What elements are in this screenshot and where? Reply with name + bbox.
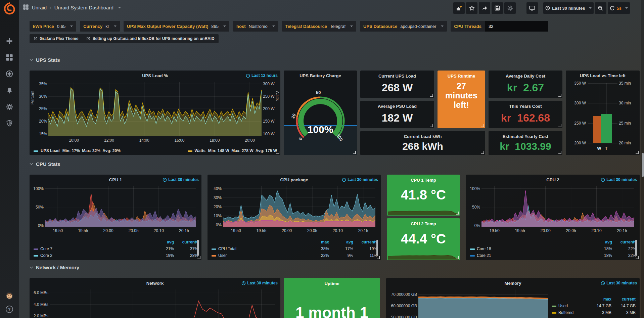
plot-area[interactable] <box>223 186 375 227</box>
star-button[interactable] <box>466 2 477 14</box>
user-avatar[interactable] <box>5 292 13 300</box>
legend-scrollbar[interactable] <box>635 240 637 256</box>
dashboard-grid-icon[interactable] <box>23 4 29 11</box>
panel-title[interactable]: UPS Load vs Time left <box>566 71 640 78</box>
panel-title[interactable]: Estimated Yearly Cost <box>503 134 548 139</box>
legend-series-name[interactable]: Buffered <box>558 310 587 315</box>
panel-title[interactable]: UPS Runtime <box>448 74 475 79</box>
server-admin-shield-icon[interactable] <box>5 119 13 127</box>
plot-area[interactable] <box>50 289 275 318</box>
panel-resize-handle[interactable] <box>353 151 356 154</box>
legend-sort-header[interactable]: avg <box>588 240 612 245</box>
legend-series-name[interactable]: Core 21 <box>477 253 588 258</box>
variable-telegraf-datasource[interactable]: Telegraf DatasourceTelegraf <box>282 21 356 32</box>
page-title[interactable]: Unraid System Dashboard <box>54 5 113 10</box>
panel-time-range[interactable]: Last 30 minutes <box>241 281 278 285</box>
add-panel-button[interactable] <box>453 2 465 14</box>
panel-resize-handle[interactable] <box>481 151 484 154</box>
panel-resize-handle[interactable] <box>430 124 433 127</box>
link-grafana-plex-theme[interactable]: Grafana Plex Theme <box>34 36 78 41</box>
share-button[interactable] <box>479 2 490 14</box>
legend-value: 14.7 GB <box>587 304 611 309</box>
save-button[interactable] <box>492 2 503 14</box>
legend-series-name[interactable]: User <box>218 253 305 258</box>
section-network-memory[interactable]: Network / Memory <box>30 265 79 270</box>
legend-scrollbar[interactable] <box>376 240 378 256</box>
cpu-threads-input[interactable] <box>485 21 548 32</box>
legend-series-name[interactable]: Used <box>558 304 587 309</box>
panel-title[interactable]: Current UPS Load <box>378 74 416 79</box>
bar-plot-area[interactable] <box>588 83 617 143</box>
panel-title[interactable]: Average Daily Cost <box>506 74 545 79</box>
legend-series-name[interactable]: Core 7 <box>40 246 150 252</box>
y-tick: 150 W <box>263 119 275 124</box>
legend-series-name[interactable]: CPU Total <box>218 246 305 252</box>
legend-sort-header[interactable]: max <box>587 297 611 302</box>
panel-ups-load-graph: UPS Load % Last 12 hours 15%20%25%30%35%… <box>30 71 280 155</box>
create-icon[interactable] <box>5 37 13 45</box>
page-scrollbar-thumb[interactable] <box>642 153 644 177</box>
panel-time-range[interactable]: Last 30 minutes <box>342 177 378 182</box>
cycle-view-button[interactable] <box>526 2 538 14</box>
page-scrollbar[interactable] <box>641 0 644 318</box>
legend-sort-header[interactable]: current▾ <box>353 240 377 245</box>
legend-sort-header[interactable]: current▾ <box>174 240 198 245</box>
panel-title[interactable]: This Years Cost <box>509 104 542 109</box>
plot-area[interactable] <box>481 186 634 227</box>
plot-area[interactable] <box>45 186 196 227</box>
panel-resize-handle[interactable] <box>456 256 459 259</box>
plot-area[interactable] <box>418 289 548 318</box>
panel-title[interactable]: UPS Battery Charge <box>284 71 357 78</box>
panel-resize-handle[interactable] <box>558 151 561 154</box>
bar-T[interactable] <box>601 114 612 143</box>
legend-sort-header[interactable]: avg <box>150 240 174 245</box>
zoom-out-button[interactable] <box>595 2 606 14</box>
dashboards-icon[interactable] <box>5 53 13 61</box>
variable-ups-max-power[interactable]: UPS Max Output Power Capacity (Watt)865 <box>124 21 229 32</box>
panel-resize-handle[interactable] <box>636 151 639 154</box>
section-cpu-stats[interactable]: CPU Stats <box>30 161 60 167</box>
y-tick: 100 W <box>263 132 275 136</box>
panel-title[interactable]: CPU 1 Temp <box>411 178 436 183</box>
dashboard-settings-button[interactable] <box>504 2 516 14</box>
panel-resize-handle[interactable] <box>430 94 433 97</box>
legend-sort-header[interactable]: avg <box>329 240 353 245</box>
help-icon[interactable]: ? <box>5 305 13 313</box>
legend-series-name[interactable]: Core 18 <box>477 246 588 252</box>
panel-resize-handle[interactable] <box>481 124 484 127</box>
panel-title[interactable]: Current Load kWh <box>404 134 442 139</box>
chevron-down-icon[interactable] <box>118 7 121 8</box>
plot-area[interactable] <box>48 82 262 136</box>
breadcrumb-root[interactable]: Unraid <box>32 5 47 10</box>
panel-resize-handle[interactable] <box>558 94 561 97</box>
panel-title[interactable]: Uptime <box>324 281 339 286</box>
panel-time-range[interactable]: Last 12 hours <box>246 73 278 78</box>
refresh-button[interactable]: 5s <box>608 2 630 14</box>
link-ups-monitoring-guide[interactable]: Setting up Grafana and InfluxDB for UPS … <box>86 36 214 41</box>
grafana-logo[interactable] <box>3 2 16 15</box>
variable-host[interactable]: hostNostromo <box>233 21 278 32</box>
variable-kwh-price[interactable]: kWh Price0.65 <box>30 21 76 32</box>
panel-title[interactable]: CPU 2 Temp <box>411 221 436 226</box>
panel-resize-handle[interactable] <box>456 212 459 215</box>
panel-resize-handle[interactable] <box>558 124 561 127</box>
legend-sort-header[interactable]: current▾ <box>612 240 636 245</box>
variable-currency[interactable]: Currencykr <box>80 21 120 32</box>
section-ups-stats[interactable]: UPS Stats <box>30 57 60 63</box>
legend-item[interactable]: WattsMin: 148 W Max: 278 W Avg: 175 W <box>188 148 277 153</box>
legend-series-name[interactable]: Core 2 <box>40 253 150 258</box>
legend-scrollbar[interactable] <box>197 240 199 256</box>
time-range-button[interactable]: Last 30 minutes <box>543 2 593 14</box>
legend-sort-header[interactable]: current <box>611 297 636 302</box>
explore-icon[interactable] <box>5 70 13 78</box>
panel-time-range[interactable]: Last 30 minutes <box>601 281 637 285</box>
alerting-bell-icon[interactable] <box>5 86 13 94</box>
panel-title[interactable]: UPS Load % <box>30 71 280 78</box>
legend-item[interactable]: UPS LoadMin: 17% Max: 32% Avg: 20% <box>34 148 121 153</box>
configuration-gear-icon[interactable] <box>5 103 13 111</box>
legend-sort-header[interactable]: max <box>305 240 329 245</box>
panel-time-range[interactable]: Last 30 minutes <box>601 177 637 182</box>
variable-ups-datasource[interactable]: UPS Datasourceapcupsd-container <box>360 21 447 32</box>
panel-title[interactable]: Average PSU Load <box>378 104 417 109</box>
panel-time-range[interactable]: Last 30 minutes <box>163 177 199 182</box>
